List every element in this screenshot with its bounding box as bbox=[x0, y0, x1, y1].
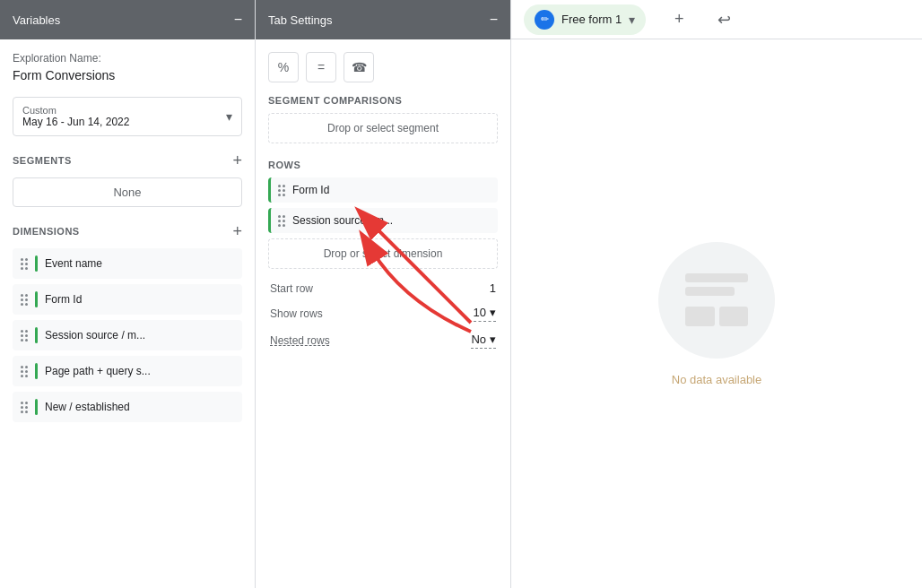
tab-name: Free form 1 bbox=[561, 13, 622, 26]
undo-button[interactable]: ↩ bbox=[709, 4, 739, 35]
nested-rows-select[interactable]: No ▾ bbox=[471, 333, 496, 349]
dimension-item-event-name[interactable]: Event name bbox=[13, 248, 242, 279]
tab-settings-panel: Tab Settings − % = ☎ SEGMENT COMPARISONS… bbox=[256, 0, 511, 588]
add-tab-button[interactable]: + bbox=[664, 4, 694, 35]
start-row-label: Start row bbox=[270, 282, 313, 295]
variables-minimize-btn[interactable]: − bbox=[234, 13, 242, 27]
drag-handle-icon bbox=[21, 330, 28, 342]
date-range-selector[interactable]: Custom May 16 - Jun 14, 2022 ▾ bbox=[13, 97, 242, 136]
no-data-bar-short bbox=[685, 287, 735, 296]
no-data-grid bbox=[685, 307, 748, 326]
segment-none: None bbox=[13, 177, 242, 207]
date-range: May 16 - Jun 14, 2022 bbox=[22, 116, 129, 128]
dimension-label: Event name bbox=[45, 257, 102, 270]
show-rows-label: Show rows bbox=[270, 307, 323, 320]
drag-handle-icon bbox=[278, 215, 285, 227]
dimension-label: New / established bbox=[45, 401, 130, 413]
variables-title: Variables bbox=[13, 13, 60, 27]
drag-handle-icon bbox=[21, 402, 28, 413]
tab-edit-icon: ✏ bbox=[535, 10, 554, 30]
dimension-color-bar bbox=[35, 399, 38, 415]
percent-icon-btn[interactable]: % bbox=[268, 52, 299, 82]
segment-comparisons-section: SEGMENT COMPARISONS Drop or select segme… bbox=[268, 95, 498, 143]
show-rows-value: 10 bbox=[474, 306, 486, 319]
header-actions: + ↩ bbox=[664, 4, 739, 35]
dimension-label: Session source / m... bbox=[45, 329, 145, 342]
no-data-bar-full bbox=[685, 273, 748, 282]
row-item-session-source[interactable]: Session source / m... bbox=[268, 208, 498, 233]
tab-settings-title: Tab Settings bbox=[268, 13, 333, 27]
drag-handle-icon bbox=[21, 258, 28, 270]
row-item-form-id[interactable]: Form Id bbox=[268, 177, 498, 203]
dimension-color-bar bbox=[35, 327, 38, 343]
date-type: Custom bbox=[22, 105, 129, 116]
icon-row: % = ☎ bbox=[268, 48, 498, 82]
variables-panel-content: Exploration Name: Form Conversions Custo… bbox=[0, 39, 255, 588]
row-label: Session source / m... bbox=[292, 214, 393, 227]
drop-dimension-zone[interactable]: Drop or select dimension bbox=[268, 238, 498, 269]
row-label: Form Id bbox=[292, 184, 329, 196]
segments-title: SEGMENTS bbox=[13, 155, 72, 166]
nested-rows-value: No bbox=[471, 333, 486, 346]
nested-rows-chevron-icon: ▾ bbox=[490, 333, 496, 346]
tab-settings-panel-header: Tab Settings − bbox=[256, 0, 510, 39]
show-rows-chevron-icon: ▾ bbox=[490, 306, 496, 319]
dimensions-title: DIMENSIONS bbox=[13, 226, 80, 237]
dimensions-list: Event name Form Id Session source / m... bbox=[13, 248, 242, 422]
no-data-cell bbox=[685, 307, 715, 326]
no-data-circle bbox=[658, 242, 775, 359]
table-icon-btn[interactable]: = bbox=[306, 52, 336, 82]
exploration-label: Exploration Name: bbox=[13, 52, 242, 65]
start-row-value: 1 bbox=[490, 281, 496, 295]
drag-handle-icon bbox=[21, 366, 28, 377]
tab-settings-minimize-btn[interactable]: − bbox=[490, 13, 498, 27]
date-chevron-down-icon: ▾ bbox=[226, 109, 232, 124]
active-tab[interactable]: ✏ Free form 1 ▾ bbox=[524, 4, 646, 35]
date-range-inner: Custom May 16 - Jun 14, 2022 bbox=[22, 105, 129, 128]
nested-rows-label: Nested rows bbox=[270, 334, 330, 347]
dimension-item-page-path[interactable]: Page path + query s... bbox=[13, 356, 242, 386]
segment-comparisons-title: SEGMENT COMPARISONS bbox=[268, 95, 498, 106]
add-segment-button[interactable]: + bbox=[232, 152, 242, 169]
dimension-label: Page path + query s... bbox=[45, 365, 151, 377]
dimension-item-session-source[interactable]: Session source / m... bbox=[13, 320, 242, 350]
chart-body: No data available bbox=[511, 39, 922, 588]
no-data-text: No data available bbox=[672, 373, 761, 386]
phone-icon-btn[interactable]: ☎ bbox=[344, 52, 374, 82]
rows-title: ROWS bbox=[268, 160, 498, 170]
drag-handle-icon bbox=[278, 185, 285, 196]
no-data-bars-group bbox=[685, 273, 748, 296]
chart-header: ✏ Free form 1 ▾ + ↩ bbox=[511, 0, 922, 39]
no-data-illustration bbox=[658, 242, 775, 359]
chart-panel: ✏ Free form 1 ▾ + ↩ No data bbox=[511, 0, 922, 588]
segments-section-header: SEGMENTS + bbox=[13, 152, 242, 169]
show-rows-select[interactable]: 10 ▾ bbox=[474, 306, 496, 322]
tab-settings-content: % = ☎ SEGMENT COMPARISONS Drop or select… bbox=[256, 39, 510, 588]
no-data-cell bbox=[719, 307, 749, 326]
tab-dropdown-icon[interactable]: ▾ bbox=[629, 13, 635, 27]
dimension-color-bar bbox=[35, 363, 38, 379]
dimension-item-form-id[interactable]: Form Id bbox=[13, 284, 242, 315]
start-row-field: Start row 1 bbox=[268, 281, 498, 295]
variables-panel: Variables − Exploration Name: Form Conve… bbox=[0, 0, 256, 588]
drag-handle-icon bbox=[21, 294, 28, 306]
rows-section: ROWS Form Id Session source / m... Drop … bbox=[268, 160, 498, 269]
dimension-item-new-established[interactable]: New / established bbox=[13, 392, 242, 422]
exploration-name: Form Conversions bbox=[13, 68, 242, 82]
dimension-color-bar bbox=[35, 291, 38, 307]
dimension-color-bar bbox=[35, 255, 38, 272]
nested-rows-field: Nested rows No ▾ bbox=[268, 333, 498, 349]
add-dimension-button[interactable]: + bbox=[232, 223, 242, 239]
show-rows-field: Show rows 10 ▾ bbox=[268, 306, 498, 322]
drop-segment-zone[interactable]: Drop or select segment bbox=[268, 113, 498, 143]
dimensions-section-header: DIMENSIONS + bbox=[13, 223, 242, 239]
variables-panel-header: Variables − bbox=[0, 0, 255, 39]
dimension-label: Form Id bbox=[45, 293, 82, 306]
